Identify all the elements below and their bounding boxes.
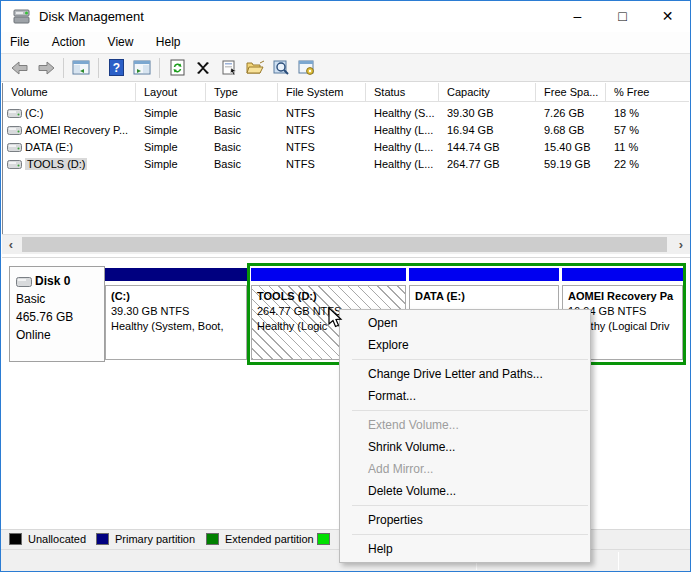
menu-action[interactable]: Action bbox=[43, 32, 94, 53]
minimize-button[interactable]: – bbox=[555, 1, 600, 32]
back-icon[interactable] bbox=[9, 58, 31, 78]
drive-icon bbox=[7, 159, 22, 170]
unallocated-swatch bbox=[9, 533, 22, 545]
primary-partition-bar bbox=[105, 268, 247, 281]
menu-item-add-mirror: Add Mirror... bbox=[340, 458, 590, 480]
selected-volume-label: TOOLS (D:) bbox=[25, 158, 87, 170]
menu-item-shrink-volume[interactable]: Shrink Volume... bbox=[340, 436, 590, 458]
scroll-left-icon[interactable]: ‹ bbox=[2, 235, 20, 255]
partition-aomei-name: AOMEI Recovery Pa bbox=[568, 289, 682, 304]
action-pane-icon[interactable] bbox=[131, 58, 153, 78]
col-status[interactable]: Status bbox=[366, 83, 439, 102]
disk0-info-panel[interactable]: Disk 0 Basic 465.76 GB Online bbox=[9, 266, 105, 362]
refresh-icon[interactable] bbox=[166, 58, 188, 78]
menu-item-extend-volume: Extend Volume... bbox=[340, 414, 590, 436]
properties-icon[interactable] bbox=[218, 58, 240, 78]
help-icon[interactable]: ? bbox=[105, 58, 127, 78]
menu-item-help[interactable]: Help bbox=[340, 538, 590, 560]
disk-management-window: Disk Management – □ ✕ File Action View H… bbox=[0, 0, 691, 572]
disk-icon bbox=[16, 277, 32, 287]
menu-view[interactable]: View bbox=[99, 32, 143, 53]
horizontal-scrollbar[interactable]: ‹ › bbox=[2, 234, 690, 254]
col-pctfree[interactable]: % Free bbox=[606, 83, 691, 102]
open-folder-icon[interactable] bbox=[244, 58, 266, 78]
menu-separator bbox=[352, 505, 588, 506]
legend-primary-partition: Primary partition bbox=[96, 533, 195, 545]
svg-text:?: ? bbox=[112, 61, 119, 75]
toolbar-separator bbox=[63, 58, 64, 78]
toolbar: ? bbox=[1, 53, 690, 82]
mouse-cursor bbox=[327, 307, 345, 329]
disk0-status: Online bbox=[16, 326, 104, 344]
col-capacity[interactable]: Capacity bbox=[439, 83, 536, 102]
menu-separator bbox=[352, 534, 588, 535]
disk0-size: 465.76 GB bbox=[16, 308, 104, 326]
table-row-selected[interactable]: TOOLS (D:) Simple Basic NTFS Healthy (L.… bbox=[3, 156, 689, 173]
toolbar-separator bbox=[159, 58, 160, 78]
table-row[interactable]: AOMEI Recovery P... Simple Basic NTFS He… bbox=[3, 122, 689, 139]
logical-drive-bar bbox=[562, 268, 683, 281]
title-bar: Disk Management – □ ✕ bbox=[1, 1, 690, 32]
logical-drive-bar bbox=[409, 268, 559, 281]
col-freespace[interactable]: Free Spa... bbox=[536, 83, 606, 102]
menu-item-properties[interactable]: Properties bbox=[340, 509, 590, 531]
toolbar-separator bbox=[98, 58, 99, 78]
disk-management-app-icon bbox=[13, 8, 31, 25]
disk0-type: Basic bbox=[16, 290, 104, 308]
volume-list: Volume Layout Type File System Status Ca… bbox=[2, 83, 689, 234]
partition-c-status: Healthy (System, Boot, bbox=[111, 319, 246, 334]
menu-item-explore[interactable]: Explore bbox=[340, 334, 590, 356]
statusbar-divider bbox=[618, 552, 619, 570]
menu-separator bbox=[352, 359, 588, 360]
col-volume[interactable]: Volume bbox=[3, 83, 136, 102]
drive-icon bbox=[7, 142, 22, 153]
scroll-right-icon[interactable]: › bbox=[672, 235, 690, 255]
disk0-title: Disk 0 bbox=[16, 272, 104, 290]
legend-unallocated: Unallocated bbox=[9, 533, 86, 545]
extended-partition-swatch bbox=[206, 533, 219, 545]
find-icon[interactable] bbox=[270, 58, 292, 78]
window-gear-icon[interactable] bbox=[296, 58, 318, 78]
col-filesystem[interactable]: File System bbox=[278, 83, 366, 102]
menu-bar: File Action View Help bbox=[1, 32, 690, 53]
menu-separator bbox=[352, 410, 588, 411]
col-layout[interactable]: Layout bbox=[136, 83, 206, 102]
volume-list-header: Volume Layout Type File System Status Ca… bbox=[3, 83, 689, 102]
maximize-button[interactable]: □ bbox=[600, 1, 645, 32]
partition-c-name: (C:) bbox=[111, 289, 246, 304]
primary-partition-swatch bbox=[96, 533, 109, 545]
menu-item-format[interactable]: Format... bbox=[340, 385, 590, 407]
scrollbar-thumb[interactable] bbox=[22, 237, 667, 252]
partition-tools-name: TOOLS (D:) bbox=[257, 289, 405, 304]
forward-icon[interactable] bbox=[35, 58, 57, 78]
partition-context-menu: Open Explore Change Drive Letter and Pat… bbox=[339, 309, 591, 563]
logical-drive-bar bbox=[251, 268, 406, 281]
partition-data-name: DATA (E:) bbox=[415, 289, 558, 304]
menu-item-change-drive-letter[interactable]: Change Drive Letter and Paths... bbox=[340, 363, 590, 385]
menu-help[interactable]: Help bbox=[147, 32, 190, 53]
partition-c[interactable]: (C:) 39.30 GB NTFS Healthy (System, Boot… bbox=[105, 266, 247, 362]
delete-icon[interactable] bbox=[192, 58, 214, 78]
legend-extended-partition: Extended partition bbox=[206, 533, 314, 545]
console-tree-icon[interactable] bbox=[70, 58, 92, 78]
menu-item-open[interactable]: Open bbox=[340, 312, 590, 334]
menu-file[interactable]: File bbox=[1, 32, 38, 53]
window-title: Disk Management bbox=[39, 9, 144, 24]
partition-c-size: 39.30 GB NTFS bbox=[111, 304, 246, 319]
table-row[interactable]: DATA (E:) Simple Basic NTFS Healthy (L..… bbox=[3, 139, 689, 156]
close-button[interactable]: ✕ bbox=[645, 1, 690, 32]
table-row[interactable]: (C:) Simple Basic NTFS Healthy (S... 39.… bbox=[3, 105, 689, 122]
drive-icon bbox=[7, 125, 22, 136]
menu-item-delete-volume[interactable]: Delete Volume... bbox=[340, 480, 590, 502]
col-type[interactable]: Type bbox=[206, 83, 278, 102]
free-space-swatch bbox=[317, 533, 330, 545]
drive-icon bbox=[7, 108, 22, 119]
legend-free-space bbox=[317, 533, 336, 545]
